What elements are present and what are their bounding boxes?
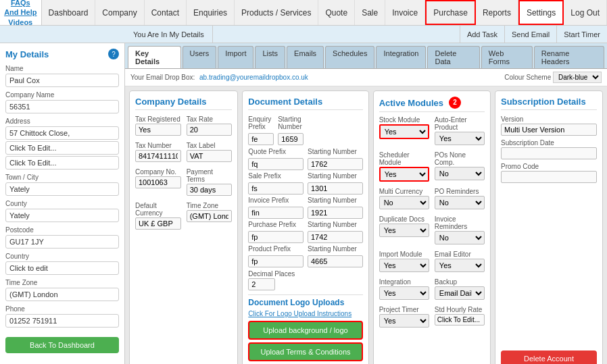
- nav-contact[interactable]: Contact: [145, 0, 187, 25]
- nav-reports[interactable]: Reports: [476, 0, 518, 25]
- std-hourly-input[interactable]: [435, 314, 485, 326]
- email-editor-select[interactable]: YesNo: [435, 259, 485, 272]
- address-input-3[interactable]: [5, 156, 119, 170]
- duplicate-docs-select[interactable]: YesNo: [379, 224, 429, 237]
- nav-settings[interactable]: Settings: [518, 0, 564, 25]
- pos-none-select[interactable]: NoYes: [435, 167, 485, 180]
- product-prefix-input[interactable]: [248, 255, 304, 267]
- back-to-dashboard-button[interactable]: Back To Dashboard: [5, 337, 119, 353]
- quote-number-input[interactable]: [308, 158, 363, 170]
- nav-quote[interactable]: Quote: [318, 0, 355, 25]
- name-label: Name: [5, 65, 119, 72]
- nav-purchase[interactable]: Purchase: [425, 0, 476, 25]
- postcode-input[interactable]: [5, 235, 119, 249]
- tax-rate-group: Tax Rate: [187, 115, 233, 136]
- default-currency-input[interactable]: [135, 217, 181, 230]
- tax-number-input[interactable]: [135, 150, 181, 162]
- phone-input[interactable]: [5, 314, 119, 328]
- project-timer-select[interactable]: YesNo: [379, 314, 429, 328]
- nav-dashboard[interactable]: Dashboard: [42, 0, 96, 25]
- nav-sale[interactable]: Sale: [355, 0, 385, 25]
- time-zone-input[interactable]: [187, 210, 233, 222]
- tax-rate-input[interactable]: [187, 124, 233, 136]
- tab-web-forms[interactable]: Web Forms: [481, 46, 533, 68]
- enquiry-prefix-input[interactable]: [248, 133, 274, 145]
- import-module-select[interactable]: YesNo: [379, 259, 429, 272]
- stock-module-group: Stock Module YesNo: [379, 116, 429, 145]
- country-input[interactable]: [5, 261, 119, 275]
- company-name-field-group: Company Name: [5, 91, 119, 113]
- tab-lists[interactable]: Lists: [255, 46, 285, 68]
- country-label: Country: [5, 253, 119, 260]
- integration-group: Integration YesNo: [379, 278, 429, 300]
- quote-prefix-input[interactable]: [248, 158, 304, 170]
- delete-account-button[interactable]: Delete Account: [501, 350, 597, 364]
- county-input[interactable]: [5, 209, 119, 222]
- payment-terms-input[interactable]: [187, 184, 233, 196]
- company-details-panel: Company Details Tax Registered Tax Rate …: [129, 90, 238, 364]
- company-no-input[interactable]: [135, 176, 181, 188]
- start-timer-button[interactable]: Start Timer: [556, 26, 607, 43]
- subscription-date-input[interactable]: [501, 147, 597, 159]
- integration-select[interactable]: YesNo: [379, 286, 429, 300]
- nav-company[interactable]: Company: [95, 0, 144, 25]
- project-timer-group: Project Timer YesNo: [379, 306, 429, 328]
- import-module-group: Import Module YesNo: [379, 251, 429, 272]
- county-field-group: County: [5, 200, 119, 222]
- promo-code-group: Promo Code: [501, 163, 597, 183]
- town-label: Town / City: [5, 174, 119, 181]
- upload-background-button[interactable]: Upload background / logo: [248, 321, 362, 340]
- name-input[interactable]: [5, 74, 119, 87]
- nav-products[interactable]: Products / Services: [235, 0, 318, 25]
- tab-schedules[interactable]: Schedules: [325, 46, 374, 68]
- sale-prefix-input[interactable]: [248, 182, 304, 194]
- tax-label-input[interactable]: [187, 150, 233, 162]
- address-input-2[interactable]: [5, 141, 119, 155]
- nav-enquiries[interactable]: Enquiries: [187, 0, 235, 25]
- town-input[interactable]: [5, 182, 119, 196]
- subscription-details-panel: Subscription Details Version Subscriptio…: [495, 90, 603, 364]
- purchase-prefix-input[interactable]: [248, 231, 304, 243]
- po-reminders-group: PO Reminders NoYes: [435, 188, 485, 209]
- invoice-reminders-select[interactable]: NoYes: [435, 231, 485, 244]
- multi-currency-select[interactable]: NoYes: [379, 196, 429, 209]
- company-name-input[interactable]: [5, 100, 119, 113]
- po-reminders-select[interactable]: NoYes: [435, 196, 485, 209]
- tab-users[interactable]: Users: [183, 46, 217, 68]
- scheduler-select[interactable]: YesNo: [379, 167, 429, 182]
- tab-emails[interactable]: Emails: [287, 46, 324, 68]
- tab-key-details[interactable]: Key Details: [128, 46, 181, 68]
- purchase-number-input[interactable]: [308, 231, 363, 243]
- promo-code-input[interactable]: [501, 171, 597, 183]
- address-input-1[interactable]: [5, 126, 119, 140]
- decimal-places-group: Decimal Places: [248, 270, 362, 290]
- help-badge[interactable]: ?: [108, 49, 119, 59]
- auto-enter-select[interactable]: YesNo: [435, 132, 485, 145]
- stock-module-select[interactable]: YesNo: [379, 124, 429, 139]
- upload-terms-button[interactable]: Upload Terms & Conditions: [248, 342, 362, 361]
- tax-registered-input[interactable]: [135, 124, 181, 136]
- product-number-input[interactable]: [308, 255, 363, 267]
- sale-number-input[interactable]: [308, 182, 363, 194]
- tab-integration[interactable]: Integration: [376, 46, 426, 68]
- logo-instructions-link[interactable]: Click For Logo Upload Instructions: [248, 310, 362, 317]
- tab-import[interactable]: Import: [218, 46, 253, 68]
- nav-logout[interactable]: Log Out: [564, 0, 607, 25]
- version-input[interactable]: [501, 124, 597, 136]
- enquiry-number-input[interactable]: [278, 133, 304, 145]
- postcode-field-group: Postcode: [5, 226, 119, 249]
- timezone-input[interactable]: [5, 288, 119, 301]
- nav-invoice[interactable]: Invoice: [385, 0, 425, 25]
- invoice-number-input[interactable]: [308, 207, 363, 219]
- tab-rename-headers[interactable]: Rename Headers: [534, 46, 604, 68]
- active-modules-panel: Active Modules 2 Stock Module YesNo Auto…: [373, 90, 491, 364]
- send-email-button[interactable]: Send Email: [504, 26, 556, 43]
- time-zone-group: Time Zone: [187, 202, 233, 230]
- logo-area[interactable]: To See FAQs And Help Videos Click Here: [0, 0, 42, 25]
- invoice-prefix-input[interactable]: [248, 207, 304, 219]
- backup-select[interactable]: Email DailyNo: [435, 286, 485, 300]
- tab-delete-data[interactable]: Delete Data: [427, 46, 479, 68]
- decimal-places-input[interactable]: [248, 278, 275, 290]
- colour-scheme-select[interactable]: Dark-blue Light-blue: [553, 72, 602, 83]
- add-task-button[interactable]: Add Task: [460, 26, 504, 43]
